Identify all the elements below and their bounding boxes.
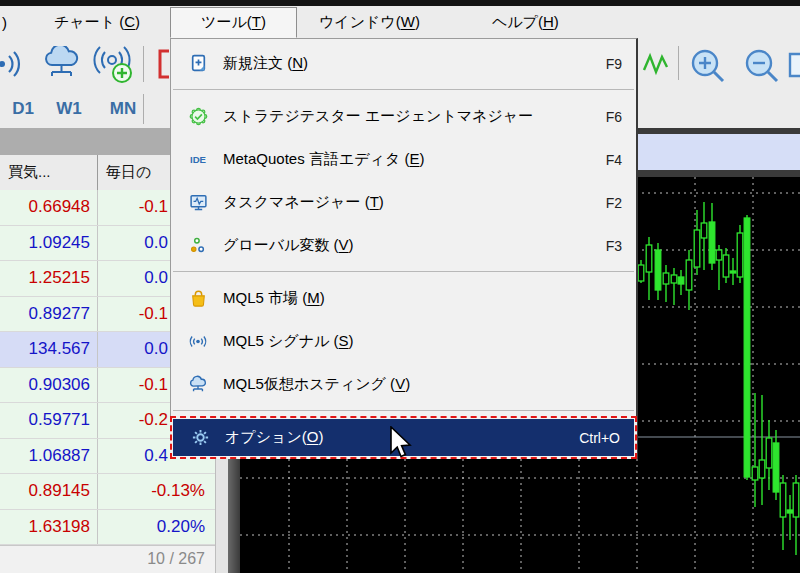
menu-item-shortcut: F3 [606, 238, 622, 254]
ide-icon: IDE [187, 150, 209, 169]
menu-item[interactable]: 新規注文 (N) F9 [171, 42, 636, 85]
market-watch-footer: 10 / 267 [0, 545, 215, 573]
bid-cell: 1.09245 [0, 226, 98, 261]
menubar-item-2[interactable]: ウインドウ(W) [311, 9, 428, 36]
candle [766, 420, 772, 490]
toolbar-separator [143, 46, 144, 82]
candle [716, 245, 722, 290]
candle [780, 475, 786, 550]
bid-cell: 0.89277 [0, 297, 98, 332]
timeframe-separator [143, 94, 144, 124]
timeframe-d1-button[interactable]: D1 [0, 99, 46, 119]
menu-item-shortcut: F6 [606, 109, 622, 125]
menu-item[interactable]: タスクマネージャー (T) F2 [171, 181, 636, 224]
svg-text:IDE: IDE [190, 154, 207, 165]
candle [723, 248, 729, 283]
menu-item-label: タスクマネージャー (T) [223, 193, 384, 212]
task-manager-icon [187, 193, 209, 212]
menu-item-shortcut: F4 [606, 152, 622, 168]
global-variables-icon [187, 236, 209, 255]
mouse-cursor [389, 426, 413, 464]
menu-item[interactable]: MQL5仮想ホスティング (V) [171, 363, 636, 406]
change-cell: -0.13% [98, 474, 215, 509]
candle [655, 243, 661, 300]
zoom-in-icon[interactable] [688, 48, 730, 90]
candle [678, 270, 684, 295]
cloud-network-icon[interactable] [42, 46, 82, 86]
bid-cell: 0.59771 [0, 403, 98, 438]
candle [701, 202, 707, 270]
menu-bar: ) チャート (C)ツール(T)ウインドウ(W)ヘルプ(H) [0, 6, 800, 38]
candle [638, 260, 644, 283]
menu-separator [173, 271, 634, 272]
bid-cell: 1.63198 [0, 510, 98, 545]
bid-cell: 0.90306 [0, 368, 98, 403]
timeframe-mn-button[interactable]: MN [100, 99, 146, 119]
menu-item-label: MQL5仮想ホスティング (V) [223, 375, 410, 394]
market-icon [187, 289, 209, 308]
menubar-items: チャート (C)ツール(T)ウインドウ(W)ヘルプ(H) [12, 7, 567, 38]
tools-dropdown-menu: 新規注文 (N) F9 ストラテジテスター エージェントマネジャー F6 IDE… [170, 38, 638, 459]
column-header-bid[interactable]: 買気... [0, 155, 98, 190]
candle [787, 495, 793, 540]
candle [793, 475, 799, 555]
change-cell: 0.20% [98, 510, 215, 545]
candle [730, 258, 736, 285]
menubar-item-0[interactable]: チャート (C) [46, 9, 148, 36]
menu-item-shortcut: Ctrl+O [579, 430, 620, 446]
menu-item-label: ストラテジテスター エージェントマネジャー [223, 107, 533, 126]
candle [737, 225, 743, 283]
toolbar-right-separator [678, 46, 679, 80]
menu-item-label: グローバル変数 (V) [223, 236, 354, 255]
new-order-icon [187, 54, 209, 73]
candle [744, 215, 750, 480]
candle [646, 237, 652, 300]
candle [671, 268, 677, 305]
hosting-icon [187, 375, 209, 394]
bid-cell: 1.06887 [0, 439, 98, 474]
menu-separator [173, 410, 634, 411]
signals-icon [187, 332, 209, 351]
partial-right-icon[interactable] [788, 48, 800, 86]
table-row[interactable]: 1.63198 0.20% [0, 510, 215, 546]
menu-item[interactable]: グローバル変数 (V) F3 [171, 224, 636, 267]
menu-item[interactable]: MQL5 市場 (M) [171, 277, 636, 320]
zoom-out-icon[interactable] [742, 48, 784, 90]
candle [759, 395, 765, 505]
candle [709, 203, 715, 270]
bid-cell: 134.567 [0, 332, 98, 367]
menu-item[interactable]: MQL5 シグナル (S) [171, 320, 636, 363]
menu-item-label: オプション(O) [225, 428, 323, 447]
menu-item-label: MQL5 市場 (M) [223, 289, 325, 308]
bid-cell: 1.25215 [0, 261, 98, 296]
zigzag-icon[interactable] [642, 48, 670, 82]
menu-separator [173, 89, 634, 90]
menu-item-shortcut: F9 [606, 56, 622, 72]
menu-item-shortcut: F2 [606, 195, 622, 211]
bid-cell: 0.89145 [0, 474, 98, 509]
signal-partial-icon[interactable] [0, 48, 28, 84]
candle [773, 430, 779, 500]
candle [686, 250, 692, 310]
menubar-item-1[interactable]: ツール(T) [170, 7, 297, 38]
bid-cell: 0.66948 [0, 190, 98, 225]
timeframe-w1-button[interactable]: W1 [46, 99, 92, 119]
menu-item-label: MetaQuotes 言語エディタ (E) [223, 150, 424, 169]
column-header-daily[interactable]: 毎日の [98, 163, 151, 182]
menubar-overflow-text: ) [2, 14, 12, 31]
table-row[interactable]: 0.89145 -0.13% [0, 474, 215, 510]
options-icon [189, 428, 211, 447]
signal-add-icon[interactable] [92, 44, 138, 90]
menu-item-label: MQL5 シグナル (S) [223, 332, 354, 351]
menu-item-label: 新規注文 (N) [223, 54, 308, 73]
strategy-tester-icon [187, 107, 209, 126]
menu-item[interactable]: IDE MetaQuotes 言語エディタ (E) F4 [171, 138, 636, 181]
candle [663, 265, 669, 302]
menubar-item-3[interactable]: ヘルプ(H) [484, 9, 567, 36]
menu-item[interactable]: ストラテジテスター エージェントマネジャー F6 [171, 95, 636, 138]
